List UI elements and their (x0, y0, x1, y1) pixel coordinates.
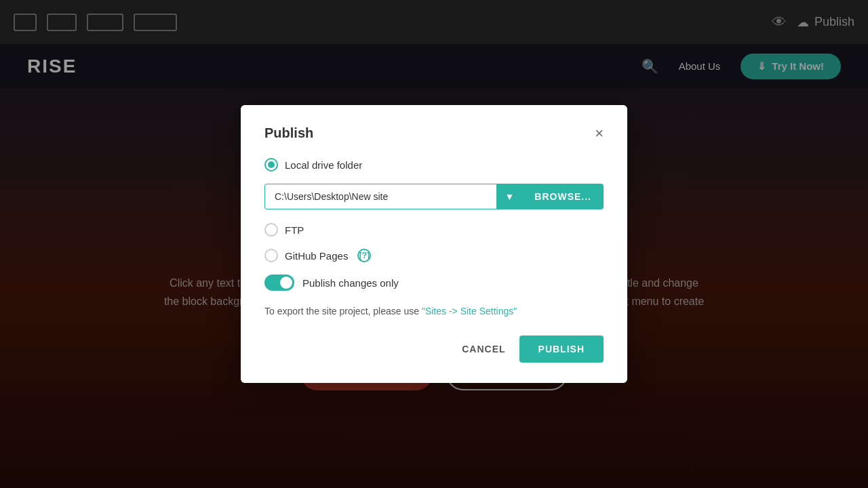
modal-close-button[interactable]: × (595, 126, 604, 141)
path-dropdown-button[interactable]: ▼ (496, 184, 522, 209)
publish-modal: Publish × Local drive folder ▼ BROWSE...… (241, 105, 627, 383)
browse-button[interactable]: BROWSE... (522, 184, 604, 209)
github-label: GitHub Pages (285, 250, 348, 262)
local-drive-option[interactable]: Local drive folder (264, 158, 604, 171)
local-drive-radio[interactable] (264, 158, 278, 171)
site-settings-link[interactable]: "Sites -> Site Settings" (422, 306, 517, 317)
github-option[interactable]: GitHub Pages [?] (264, 249, 604, 262)
export-text-static: To export the site project, please use (264, 306, 422, 317)
publish-changes-toggle[interactable] (264, 274, 294, 291)
publish-changes-label: Publish changes only (302, 277, 399, 289)
cancel-button[interactable]: CANCEL (458, 337, 509, 361)
publish-changes-row: Publish changes only (264, 274, 604, 291)
ftp-label: FTP (285, 224, 304, 236)
publish-button[interactable]: PUBLISH (519, 336, 604, 363)
modal-header: Publish × (264, 125, 604, 141)
ftp-radio[interactable] (264, 223, 278, 237)
ftp-option[interactable]: FTP (264, 223, 604, 237)
modal-footer: CANCEL PUBLISH (264, 336, 604, 363)
path-input[interactable] (264, 184, 496, 209)
path-input-row: ▼ BROWSE... (264, 184, 604, 209)
github-help-badge[interactable]: [?] (357, 249, 371, 262)
modal-title: Publish (264, 125, 313, 141)
github-radio[interactable] (264, 249, 278, 262)
export-info: To export the site project, please use "… (264, 304, 604, 319)
local-drive-label: Local drive folder (285, 159, 362, 171)
